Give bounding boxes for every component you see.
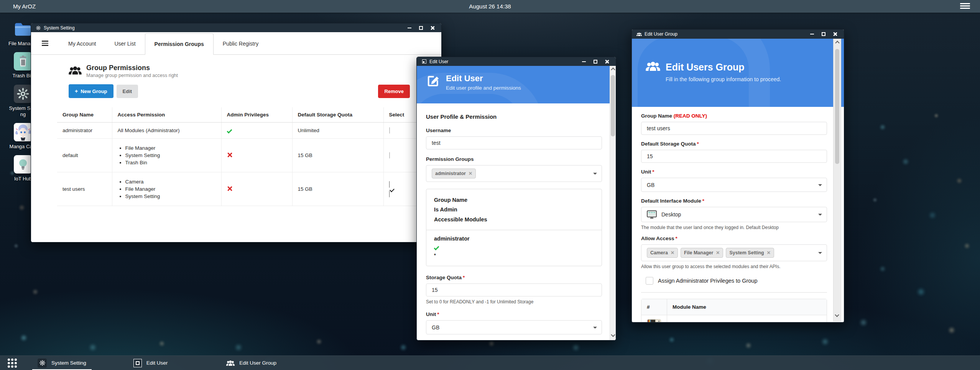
maximize-button[interactable] <box>415 23 427 32</box>
storage-quota-field[interactable] <box>426 283 602 296</box>
group-info-box: Group Name Is Admin Accessible Modules a… <box>426 189 602 266</box>
cross-icon <box>227 186 232 191</box>
tag-system-setting[interactable]: System Setting ✕ <box>726 248 774 258</box>
default-interface-module-label: Default Interface Module <box>641 198 701 204</box>
app-launcher-icon[interactable] <box>8 359 17 368</box>
quota-cell: 15 GB <box>292 172 383 206</box>
edit-button[interactable]: Edit <box>117 85 138 98</box>
access-cell: File Manager System Setting Trash Bin <box>112 139 221 172</box>
sidebar-toggle-icon[interactable] <box>42 39 48 47</box>
users-group-icon <box>69 66 82 77</box>
permission-groups-select[interactable]: administrator ✕ <box>426 165 602 182</box>
top-bar: My ArOZ August 26 14:38 <box>0 0 980 13</box>
edit-users-group-banner: Edit Users Group Fill in the following g… <box>632 39 844 107</box>
hamburger-menu-icon[interactable] <box>960 3 970 10</box>
monitor-icon <box>647 210 657 219</box>
access-cell: Camera File Manager System Setting <box>112 172 221 206</box>
window-icon <box>133 359 142 367</box>
storage-quota-label: Storage Quota <box>426 275 462 280</box>
row-checkbox[interactable] <box>389 152 390 159</box>
default-interface-module-select[interactable]: Desktop <box>641 207 827 222</box>
minimize-button[interactable] <box>578 57 590 66</box>
edit-user-form: User Profile & Permission Username Permi… <box>417 103 616 341</box>
permission-groups-panel: Group Permissions Manage group permissio… <box>31 55 441 206</box>
section-header: Group Permissions Manage group permissio… <box>69 64 423 78</box>
admin-cell <box>221 139 292 172</box>
tag-file-manager[interactable]: File Manager ✕ <box>681 248 723 258</box>
close-button[interactable] <box>601 57 613 66</box>
tab-my-account[interactable]: My Account <box>59 33 105 54</box>
chevron-down-icon <box>593 173 597 177</box>
new-group-button[interactable]: +New Group <box>69 84 113 98</box>
scroll-up-icon[interactable] <box>835 41 839 45</box>
divider <box>641 292 827 293</box>
close-button[interactable] <box>829 29 841 39</box>
unit-select[interactable]: GB <box>641 178 827 192</box>
banner-subtitle: Edit user profile and permissions <box>446 85 521 91</box>
app-title: My ArOZ <box>13 3 36 10</box>
admin-privileges-label: Assign Administrator Privileges to Group <box>658 278 758 284</box>
minimize-button[interactable] <box>404 23 415 32</box>
unit-label: Unit <box>641 169 651 175</box>
system-setting-window: System Setting My Account User List Perm… <box>31 23 442 242</box>
banner-subtitle: Fill in the following group information … <box>666 76 832 82</box>
scrollbar[interactable] <box>610 66 616 340</box>
scroll-thumb[interactable] <box>611 75 615 136</box>
tab-public-registry[interactable]: Public Registry <box>214 33 268 54</box>
tag-camera[interactable]: Camera ✕ <box>647 248 678 258</box>
edit-user-group-window: Edit User Group Edit Users Group Fill in… <box>631 29 845 323</box>
group-name-field[interactable] <box>641 122 827 135</box>
row-checkbox[interactable] <box>389 181 418 197</box>
unit-select[interactable]: GB <box>426 320 602 334</box>
allow-access-select[interactable]: Camera ✕ File Manager ✕ System Setting ✕ <box>641 244 827 261</box>
maximize-button[interactable] <box>590 57 601 66</box>
gear-icon <box>14 85 32 103</box>
window-title: Edit User <box>429 59 578 64</box>
edit-user-titlebar[interactable]: Edit User <box>417 57 616 66</box>
remove-button[interactable]: Remove <box>378 85 410 98</box>
default-storage-quota-field[interactable] <box>641 150 827 163</box>
scroll-up-icon[interactable] <box>611 67 615 72</box>
edit-user-group-titlebar[interactable]: Edit User Group <box>632 29 844 39</box>
minimize-button[interactable] <box>806 29 818 39</box>
group-info-col: Accessible Modules <box>434 215 594 224</box>
permission-groups-table: Group Name Access Permission Admin Privi… <box>57 107 423 206</box>
window-title: Edit User Group <box>645 31 806 37</box>
quota-cell: Unlimited <box>292 123 383 139</box>
gear-icon <box>38 359 47 368</box>
admin-privileges-checkbox[interactable] <box>646 277 653 285</box>
maximize-button[interactable] <box>818 29 829 39</box>
settings-tab-bar: My Account User List Permission Groups P… <box>31 32 441 55</box>
scrollbar[interactable] <box>833 39 841 321</box>
remove-tag-icon[interactable]: ✕ <box>767 250 771 255</box>
form-section-title: User Profile & Permission <box>426 113 602 120</box>
page-title: Group Permissions <box>86 64 178 72</box>
tag-administrator[interactable]: administrator ✕ <box>432 169 476 178</box>
accessible-modules-value: * <box>434 253 594 258</box>
window-app-icon <box>421 59 427 64</box>
admin-privileges-row: Assign Administrator Privileges to Group <box>641 277 827 285</box>
edit-user-banner: Edit User Edit user profile and permissi… <box>417 66 616 103</box>
row-checkbox[interactable] <box>389 127 390 134</box>
taskbar-item-edit-user[interactable]: Edit User <box>128 356 173 370</box>
scroll-thumb[interactable] <box>835 49 839 164</box>
cross-icon <box>227 152 232 157</box>
scroll-down-icon[interactable] <box>835 313 839 317</box>
tab-permission-groups[interactable]: Permission Groups <box>145 33 214 55</box>
scroll-down-icon[interactable] <box>611 332 615 337</box>
group-info-name: administrator <box>434 236 594 242</box>
taskbar-item-system-setting[interactable]: System Setting <box>32 356 92 370</box>
system-setting-titlebar[interactable]: System Setting <box>31 23 441 32</box>
username-field[interactable] <box>426 136 602 149</box>
taskbar-item-edit-user-group[interactable]: Edit User Group <box>221 356 282 370</box>
remove-tag-icon[interactable]: ✕ <box>469 171 472 176</box>
banner-title: Edit User <box>446 74 521 83</box>
close-button[interactable] <box>427 23 438 32</box>
toolbar: +New Group Edit Remove <box>69 84 410 98</box>
module-table-header: # Module Name <box>641 299 827 315</box>
required-asterisk: * <box>463 275 465 280</box>
tab-user-list[interactable]: User List <box>105 33 145 54</box>
remove-tag-icon[interactable]: ✕ <box>671 250 674 255</box>
edit-icon <box>426 74 441 90</box>
remove-tag-icon[interactable]: ✕ <box>716 250 720 255</box>
